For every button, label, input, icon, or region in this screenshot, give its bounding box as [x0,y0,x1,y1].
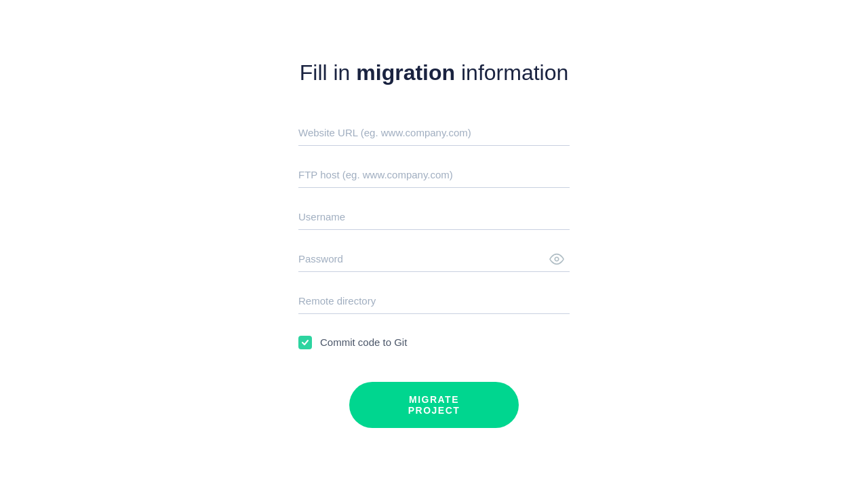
toggle-password-button[interactable] [547,249,567,269]
ftp-host-group [298,162,570,188]
remote-directory-input[interactable] [298,288,570,314]
ftp-host-input[interactable] [298,162,570,188]
commit-label: Commit code to Git [320,336,407,348]
website-url-group [298,120,570,146]
svg-point-0 [555,257,559,261]
remote-directory-group [298,288,570,314]
password-group [298,246,570,272]
main-container: Fill in migration information [298,32,570,455]
username-input[interactable] [298,204,570,230]
website-url-input[interactable] [298,120,570,146]
migrate-button[interactable]: MIGRATE PROJECT [349,382,519,428]
page-title: Fill in migration information [300,59,569,87]
password-input[interactable] [298,246,570,272]
migration-form: Commit code to Git MIGRATE PROJECT [298,120,570,428]
commit-checkbox-group: Commit code to Git [298,336,570,349]
username-group [298,204,570,230]
commit-checkbox-wrapper[interactable] [298,336,312,349]
eye-icon [549,252,564,267]
